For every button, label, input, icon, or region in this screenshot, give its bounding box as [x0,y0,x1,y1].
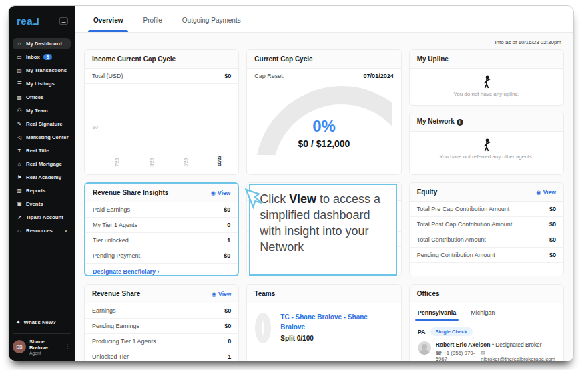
cap-reset-label: Cap Reset: [254,73,284,79]
income-current-cap-cycle-card: Income Current Cap Cycle Total (USD)$0 $… [84,49,239,175]
card-title: Teams [254,290,275,297]
designate-beneficiary-link[interactable]: Designate Beneficiary › [85,264,238,276]
sidebar-item-real-signature[interactable]: ✎Real Signature [13,118,71,130]
info-icon[interactable]: i [457,119,463,126]
card-title: My Network i [417,118,463,126]
team-split: Split 0/100 [280,335,392,342]
x-axis-line [93,144,230,144]
cursor-arrow-icon [239,188,262,214]
equity-card: Equity ◉View Total Pre Cap Contribution … [409,182,564,276]
right-stack: My Upline You do not have any upline. My… [409,49,564,175]
revenue-share-card: Revenue Share ◉View Earnings$0 Pending E… [84,284,239,361]
signature-icon: ✎ [16,121,23,127]
chevron-down-icon: ∨ [64,228,67,233]
team-donut-chart [255,313,271,343]
total-usd-value: $0 [224,73,231,79]
dot-separator: • [492,341,494,348]
sidebar-collapse-icon[interactable]: ☰ [59,17,68,25]
kebab-menu-icon[interactable]: ⋮ [65,343,71,350]
dashboard-grid: Income Current Cap Cycle Total (USD)$0 $… [75,49,573,361]
chevron-right-icon: › [158,268,160,275]
broker-role: Designated Broker [495,341,541,348]
sidebar-item-my-dashboard[interactable]: ⌂My Dashboard [13,38,71,49]
broker-phone[interactable]: +1 (856) 979-5967 [436,350,475,361]
my-network-card: My Network i You have not referred any o… [409,112,564,175]
card-title: Equity [417,188,438,196]
mail-icon: ✉ [481,350,485,356]
sidebar-item-tipalti-account[interactable]: ↗Tipalti Account [13,212,71,223]
inbox-icon: ▭ [16,54,23,60]
broker-avatar [418,341,431,355]
user-menu[interactable]: SB Shane Bralove Agent ⋮ [13,333,71,355]
sidebar-item-reports[interactable]: ▥Reports [13,185,71,196]
user-avatar: SB [13,340,26,353]
sidebar-item-marketing-center[interactable]: ◁Marketing Center [13,132,71,143]
sidebar-item-inbox[interactable]: ▭Inbox5 [13,51,71,63]
info-as-of: Info as of 10/16/23 02:30pm [75,33,573,49]
resources-icon: ▱ [16,228,23,234]
x-tick-current: 10/23 [217,156,222,166]
state-code: PA [418,329,426,335]
tab-overview[interactable]: Overview [92,17,124,32]
offices-icon: ▦ [16,94,23,100]
megaphone-icon: ◁ [16,134,23,140]
my-upline-card: My Upline You do not have any upline. [409,49,564,106]
x-tick: 9/23 [184,158,188,166]
current-cap-cycle-card: Current Cap Cycle Cap Reset:07/01/2024 0… [246,49,401,175]
sidebar-item-my-listings[interactable]: ☰My Listings [13,78,71,89]
title-icon: T [16,148,23,154]
card-title: Current Cap Cycle [254,55,312,63]
sidebar-item-my-team[interactable]: ⚇My Team [13,105,71,116]
listings-icon: ☰ [16,81,23,87]
top-tabbar: Overview Profile Outgoing Payments [75,6,573,33]
sidebar-item-real-academy[interactable]: ⚑Real Academy [13,172,71,183]
revshare-view-link[interactable]: ◉View [212,291,232,297]
gauge-percent: 0% [247,117,400,136]
single-check-badge[interactable]: Single Check [430,327,473,336]
card-title: My Upline [417,55,449,63]
real-logo: reaL [17,15,39,27]
team-link[interactable]: TC - Shane Bralove - Shane Bralove [280,313,392,332]
user-name: Shane Bralove [29,339,61,351]
transactions-icon: ▤ [16,67,23,73]
phone-icon: ☎ [436,350,442,356]
person-icon [481,138,492,152]
income-chart: $0 7/23 8/23 9/23 10/23 [93,87,230,168]
sidebar-item-offices[interactable]: ▦Offices [13,91,71,103]
rsi-view-link[interactable]: ◉View [211,190,231,196]
equity-view-link[interactable]: ◉View [536,189,556,196]
sidebar-item-real-mortgage[interactable]: ⌂Real Mortgage [13,158,71,170]
x-tick: 8/23 [150,158,154,166]
user-role: Agent [29,351,61,355]
y-axis-tick: $0 [93,125,98,130]
external-link-icon: ↗ [16,214,23,220]
eye-icon: ◉ [536,189,541,196]
total-usd-label: Total (USD) [92,73,123,79]
card-title: Revenue Share Insights [93,189,168,196]
card-title: Offices [417,290,440,297]
team-icon: ⚇ [16,108,23,114]
sidebar-item-events[interactable]: ▣Events [13,198,71,210]
sidebar: reaL ☰ ⌂My Dashboard ▭Inbox5 ▤My Transac… [9,6,75,361]
office-tab-michigan[interactable]: Michigan [471,309,495,321]
office-tab-pennsylvania[interactable]: Pennsylvania [418,309,457,321]
eye-icon: ◉ [212,291,216,297]
offices-card: Offices Pennsylvania Michigan PA Single … [409,284,564,361]
tab-outgoing-payments[interactable]: Outgoing Payments [181,17,242,32]
person-icon [481,75,492,89]
gauge-amount: $0 / $12,000 [247,138,400,149]
broker-email[interactable]: njbroker@therealbrokerage.com [481,356,555,361]
academy-icon: ⚑ [16,174,23,180]
mortgage-icon: ⌂ [16,161,23,167]
whats-new-button[interactable]: ✦What's New? [13,315,71,329]
network-empty-text: You have not referred any other agents. [416,154,557,160]
sidebar-item-my-transactions[interactable]: ▤My Transactions [13,65,71,76]
reports-icon: ▥ [16,188,23,194]
sidebar-item-resources[interactable]: ▱Resources∨ [13,225,71,236]
sidebar-item-real-title[interactable]: TReal Title [13,145,71,156]
callout-cell: View $0 $0 $0 $0 $0 Click View to access… [246,182,401,276]
tab-profile[interactable]: Profile [141,17,163,32]
app-window: reaL ☰ ⌂My Dashboard ▭Inbox5 ▤My Transac… [8,5,574,361]
dashboard-icon: ⌂ [16,41,23,47]
x-tick: 7/23 [115,158,119,166]
